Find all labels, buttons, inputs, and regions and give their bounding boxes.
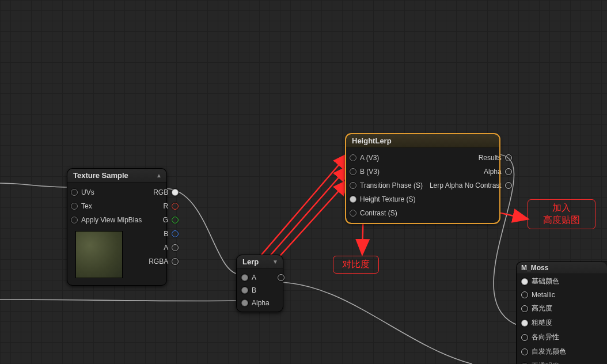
label-r: R [164, 202, 169, 210]
pin-base-color[interactable] [521, 278, 528, 285]
pin-out-rgb[interactable] [172, 189, 179, 196]
node-header[interactable]: Lerp ▼ [237, 255, 283, 269]
pin-in-contrast[interactable] [350, 210, 356, 217]
pin-in-a[interactable] [350, 154, 356, 161]
label-g: G [163, 216, 168, 224]
pin-metallic[interactable] [521, 291, 528, 298]
label-results: Results [479, 154, 502, 162]
node-header[interactable]: HeightLerp [346, 134, 499, 148]
node-title: M_Moss [521, 264, 548, 272]
pin-out-b[interactable] [172, 230, 179, 237]
pin-in-htex[interactable] [350, 196, 356, 203]
label-a: A [252, 274, 256, 282]
pin-in-a[interactable] [241, 274, 248, 281]
pin-out-alpha[interactable] [505, 168, 512, 175]
label-metallic: Metallic [532, 291, 555, 299]
pin-in-b[interactable] [241, 287, 248, 294]
pin-out-lerp[interactable] [278, 274, 284, 281]
label-b: B [164, 230, 168, 238]
pin-roughness[interactable] [521, 320, 528, 327]
label-contrast: Contrast (S) [360, 209, 397, 217]
pin-in-mip[interactable] [71, 217, 78, 223]
pin-out-nocontrast[interactable] [505, 182, 512, 189]
pin-out-g[interactable] [172, 217, 179, 223]
pin-in-tex[interactable] [71, 203, 78, 210]
callout-heightmap: 加入 高度贴图 [528, 199, 595, 229]
label-base: 基础颜色 [532, 276, 559, 286]
label-b: B [252, 286, 256, 294]
node-title: Texture Sample [73, 171, 128, 180]
node-height-lerp[interactable]: HeightLerp A (V3) B (V3) Transition Phas… [346, 134, 500, 223]
label-htex: Height Texture (S) [360, 195, 416, 203]
pin-out-r[interactable] [172, 203, 179, 210]
pin-aniso[interactable] [521, 334, 528, 341]
pin-in-phase[interactable] [350, 182, 356, 189]
label-phase: Transition Phase (S) [360, 181, 423, 189]
label-spec: 高光度 [532, 304, 552, 313]
pin-out-results[interactable] [505, 154, 512, 161]
callout-contrast-text: 对比度 [342, 259, 370, 269]
label-a: A (V3) [360, 154, 379, 162]
node-title: HeightLerp [352, 136, 392, 145]
pin-in-alpha[interactable] [241, 299, 248, 306]
node-header[interactable]: M_Moss [517, 262, 607, 274]
node-title: Lerp [242, 257, 259, 266]
callout-contrast: 对比度 [333, 256, 379, 274]
label-nocontrast: Lerp Alpha No Contrast [430, 181, 502, 189]
collapse-icon[interactable]: ▲ [156, 172, 161, 179]
label-emissive: 自发光颜色 [532, 347, 566, 357]
label-a: A [164, 244, 168, 252]
label-rgb: RGB [153, 188, 168, 196]
label-opacity: 不透明度 [532, 361, 559, 364]
pin-out-rgba[interactable] [172, 258, 179, 265]
label-aniso: 各向异性 [532, 332, 559, 342]
pin-specular[interactable] [521, 305, 528, 312]
label-rgba: RGBA [149, 257, 168, 266]
pin-in-uvs[interactable] [71, 189, 78, 196]
label-b: B (V3) [360, 168, 380, 176]
node-m-moss[interactable]: M_Moss 基础颜色 Metallic 高光度 粗糙度 各向异性 自发光颜色 … [516, 261, 607, 364]
pin-in-b[interactable] [350, 168, 356, 175]
label-alpha: Alpha [484, 168, 502, 176]
callout-heightmap-line1: 加入 [534, 202, 589, 214]
label-rough: 粗糙度 [532, 318, 552, 328]
label-uvs: UVs [81, 188, 94, 196]
label-mip: Apply View MipBias [81, 216, 142, 224]
node-header[interactable]: Texture Sample ▲ [67, 169, 166, 183]
label-tex: Tex [81, 202, 92, 210]
collapse-icon[interactable]: ▼ [272, 259, 277, 265]
callout-heightmap-line2: 高度贴图 [534, 214, 589, 226]
node-texture-sample[interactable]: Texture Sample ▲ UVs Tex Apply View MipB… [67, 168, 167, 286]
pin-out-a[interactable] [172, 244, 179, 251]
texture-preview-thumbnail[interactable] [75, 231, 123, 278]
pin-emissive[interactable] [521, 348, 528, 355]
node-lerp[interactable]: Lerp ▼ A B Alpha [236, 255, 283, 312]
label-alpha: Alpha [252, 299, 270, 307]
